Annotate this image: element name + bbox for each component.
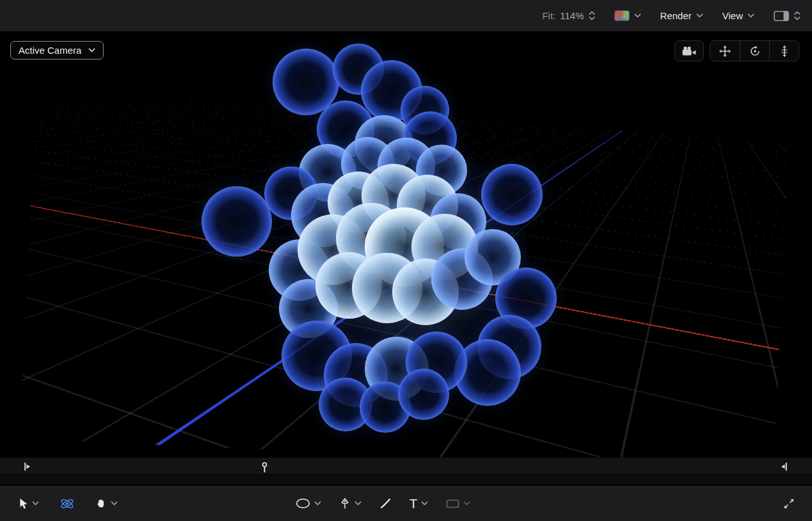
shape-mask-tools-group: T <box>296 486 470 521</box>
view-popup[interactable]: View <box>722 10 754 21</box>
zoom-stepper-icon[interactable] <box>589 11 595 20</box>
hand-icon <box>95 498 107 509</box>
ellipse-shape-tool[interactable] <box>296 498 321 509</box>
window-layout-control[interactable] <box>774 10 800 22</box>
camera-view-button[interactable] <box>674 40 704 61</box>
particle-sphere <box>398 369 449 420</box>
chevron-down-icon <box>32 501 39 506</box>
canvas-viewport[interactable]: Active Camera <box>0 32 812 457</box>
select-tool[interactable] <box>19 498 39 509</box>
text-tool-icon: T <box>410 497 417 510</box>
text-tool[interactable]: T <box>410 497 428 510</box>
bottom-toolbar: T <box>0 485 812 521</box>
ellipse-icon <box>296 498 310 509</box>
camera-icon <box>681 46 697 56</box>
active-camera-label: Active Camera <box>19 45 81 56</box>
render-popup[interactable]: Render <box>660 10 703 21</box>
paint-stroke-tool[interactable] <box>379 497 392 509</box>
paint-stroke-icon <box>379 497 392 509</box>
particle-sphere <box>202 186 272 257</box>
particle-sphere <box>481 164 543 225</box>
color-channels-icon <box>614 10 630 21</box>
top-toolbar: Fit: 114% Render View <box>0 0 812 32</box>
mini-timeline[interactable] <box>0 457 812 475</box>
camera-transform-tools <box>710 40 799 61</box>
fit-label: Fit: <box>542 10 555 21</box>
expand-toolbar-button[interactable] <box>783 497 795 510</box>
view-label: View <box>722 10 743 21</box>
chevron-down-icon <box>421 501 428 506</box>
3d-transform-icon <box>60 496 75 511</box>
layout-stepper-icon[interactable] <box>794 11 800 20</box>
dolly-icon <box>778 45 791 58</box>
chevron-down-icon <box>88 48 95 52</box>
diagonal-resize-icon <box>783 497 795 510</box>
3d-view-tools <box>674 40 799 61</box>
pan-arrows-icon <box>719 45 731 58</box>
timeline-playhead[interactable] <box>261 462 268 473</box>
render-label: Render <box>660 10 692 21</box>
fit-value: 114% <box>560 10 584 21</box>
zoom-fit-control[interactable]: Fit: 114% <box>542 10 594 21</box>
chevron-down-icon <box>696 13 703 18</box>
sphere-layer <box>0 32 812 457</box>
bezier-pen-icon <box>339 497 351 510</box>
rectangle-tool-disabled <box>446 499 470 509</box>
chevron-down-icon <box>747 13 754 18</box>
pan-view-button[interactable] <box>710 41 740 61</box>
orbit-icon <box>749 45 761 58</box>
dolly-view-button[interactable] <box>769 41 799 61</box>
range-end-marker[interactable] <box>781 462 787 471</box>
chevron-down-icon <box>314 501 321 506</box>
rectangle-icon <box>446 499 459 509</box>
channels-popup[interactable] <box>614 10 641 21</box>
range-start-marker[interactable] <box>24 462 31 471</box>
transform-tools-group <box>19 486 118 521</box>
arrow-cursor-icon <box>19 498 28 509</box>
chevron-down-icon <box>354 501 362 506</box>
chevron-down-icon <box>111 501 118 506</box>
bezier-tool[interactable] <box>339 497 362 510</box>
pan-hand-tool[interactable] <box>95 498 118 509</box>
timeline-track[interactable] <box>0 475 812 485</box>
3d-transform-tool[interactable] <box>60 496 75 511</box>
window-layout-icon <box>774 10 790 22</box>
chevron-down-icon <box>634 13 641 18</box>
active-camera-popup[interactable]: Active Camera <box>10 41 104 60</box>
toolbar-right-group <box>783 486 795 521</box>
orbit-view-button[interactable] <box>740 41 769 61</box>
chevron-down-icon <box>463 501 470 506</box>
